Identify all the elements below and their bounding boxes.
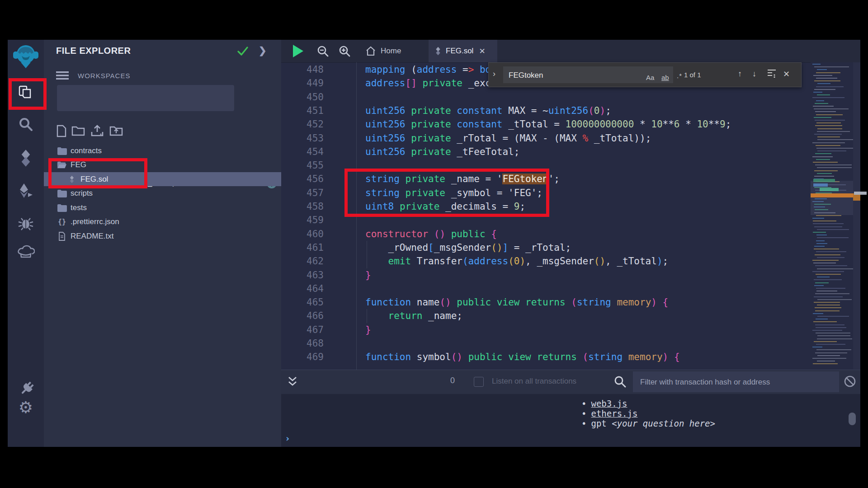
overview-ruler-cursor-mark <box>854 192 867 195</box>
minimap[interactable] <box>811 62 853 369</box>
check-icon[interactable] <box>237 46 249 56</box>
find-input[interactable] <box>508 66 623 84</box>
minimap-viewport[interactable] <box>811 181 853 215</box>
tree-item-feg-sol[interactable]: FEG.sol <box>44 172 281 186</box>
line-number: 466 <box>307 309 324 323</box>
code-line-458: uint8 private _decimals = 9; <box>365 200 525 214</box>
tree-item-label: FEG.sol <box>80 175 108 184</box>
minimap-search-match-mark <box>811 193 853 197</box>
tab-feg-sol[interactable]: FEG.sol ✕ <box>429 40 497 62</box>
terminal-output: •web3.js•ethers.js•gpt <your question he… <box>281 394 860 447</box>
ban-icon <box>844 375 856 388</box>
terminal-search-button[interactable] <box>613 375 627 389</box>
file-icon <box>57 231 67 241</box>
close-tab-icon[interactable]: ✕ <box>479 47 485 56</box>
editor-scrollbar-track[interactable] <box>853 62 860 369</box>
find-close-button[interactable]: ✕ <box>783 69 790 79</box>
terminal-entry[interactable]: •web3.js <box>581 399 627 408</box>
transaction-count-badge: 0 <box>450 376 455 385</box>
line-number: 460 <box>307 227 324 241</box>
line-number: 448 <box>307 63 324 77</box>
tree-item-label: FEG <box>71 160 86 169</box>
deploy-run-rail-button[interactable] <box>8 181 44 201</box>
find-in-selection-button[interactable] <box>767 68 777 78</box>
match-case-toggle[interactable]: Aa <box>646 74 654 81</box>
file-explorer-rail-button[interactable] <box>8 83 44 103</box>
run-script-button[interactable] <box>292 44 304 58</box>
chevron-right-icon[interactable]: ❯ <box>259 45 267 56</box>
tree-item-readme-txt[interactable]: README.txt <box>44 229 281 243</box>
terminal-link[interactable]: web3.js <box>591 399 627 408</box>
code-line-467: } <box>365 323 371 337</box>
tree-item-label: .prettierrc.json <box>71 217 119 226</box>
line-number: 463 <box>307 268 324 282</box>
find-expand-chevron-icon[interactable]: › <box>493 69 495 79</box>
tab-label: Home <box>381 47 401 56</box>
remix-ide-screenshot: ⚙ FILE EXPLORER ❯ WORKSPACES default_wor… <box>0 0 868 488</box>
plugin-manager-rail-button[interactable] <box>8 378 44 398</box>
listen-transactions-checkbox[interactable] <box>474 377 484 387</box>
tree-item-tests[interactable]: tests <box>44 201 281 215</box>
new-file-icon <box>56 125 67 137</box>
new-folder-button[interactable] <box>71 125 84 137</box>
solidity-icon <box>434 46 442 56</box>
upload-folder-button[interactable] <box>109 125 122 137</box>
terminal-entry[interactable]: •ethers.js <box>581 408 637 418</box>
terminal-scrollbar-thumb[interactable] <box>849 413 856 425</box>
regex-toggle[interactable]: .* <box>677 72 682 80</box>
settings-rail-button[interactable]: ⚙ <box>8 398 44 418</box>
code-line-462: emit Transfer(address(0), _msgSender(), … <box>365 254 668 268</box>
find-previous-button[interactable]: ↑ <box>738 69 742 79</box>
line-number: 462 <box>307 254 324 268</box>
tree-item-contracts[interactable]: contracts <box>44 144 281 158</box>
line-number: 459 <box>307 213 324 227</box>
solidity-icon <box>19 149 33 167</box>
tree-item-feg[interactable]: FEG <box>44 158 281 172</box>
code-line-457: string private _symbol = 'FEG'; <box>365 186 542 200</box>
solidity-icon <box>67 174 77 184</box>
line-number: 454 <box>307 145 324 159</box>
tab-home[interactable]: Home <box>360 40 401 62</box>
code-line-453: uint256 private _rTotal = (MAX - (MAX % … <box>365 131 651 145</box>
line-number: 464 <box>307 282 324 296</box>
terminal-entry: •gpt <your question here> <box>581 418 715 428</box>
new-folder-icon <box>71 125 85 136</box>
line-number: 465 <box>307 296 324 310</box>
indent-guide <box>367 254 367 268</box>
code-line-460: constructor () public { <box>365 227 497 241</box>
transaction-filter-box <box>633 371 839 392</box>
line-number: 453 <box>307 131 324 145</box>
line-number: 468 <box>307 337 324 351</box>
tree-item-scripts[interactable]: scripts <box>44 187 281 201</box>
zoom-in-button[interactable] <box>338 45 351 58</box>
tree-item-label: tests <box>71 203 87 212</box>
remix-logo[interactable] <box>8 42 44 70</box>
bullet: • <box>581 399 586 408</box>
line-number: 450 <box>307 90 324 104</box>
workspaces-menu-button[interactable] <box>56 71 69 80</box>
home-icon <box>365 46 376 56</box>
line-number: 456 <box>307 172 324 186</box>
double-chevron-down-icon <box>287 376 298 388</box>
find-next-button[interactable]: ↓ <box>752 69 756 79</box>
clear-console-button[interactable] <box>844 375 856 388</box>
upload-file-button[interactable] <box>90 125 103 137</box>
whole-word-toggle[interactable]: ab <box>661 74 669 81</box>
solidity-compiler-rail-button[interactable] <box>8 148 44 168</box>
search-rail-button[interactable] <box>8 115 44 135</box>
tree-item--prettierrc-json[interactable]: {}.prettierrc.json <box>44 215 281 229</box>
terminal-link[interactable]: ethers.js <box>591 408 637 418</box>
code-line-454: uint256 private _tFeeTotal; <box>365 145 519 159</box>
terminal-expand-button[interactable] <box>287 376 298 388</box>
line-number: 455 <box>307 159 324 173</box>
code-line-452: uint256 private constant _tTotal = 10000… <box>365 117 731 131</box>
transaction-filter-input[interactable] <box>639 371 831 393</box>
new-file-button[interactable] <box>56 125 69 137</box>
code-line-469: function symbol() public view returns (s… <box>365 350 680 364</box>
debugger-rail-button[interactable] <box>8 213 44 233</box>
workspace-dropdown[interactable]: default_workspace <box>57 85 234 111</box>
cookbook-rail-button[interactable] <box>8 241 44 261</box>
plug-icon <box>18 380 34 396</box>
zoom-out-button[interactable] <box>316 45 329 58</box>
code-viewport[interactable]: mapping (address => boaddress[] private … <box>365 62 809 370</box>
